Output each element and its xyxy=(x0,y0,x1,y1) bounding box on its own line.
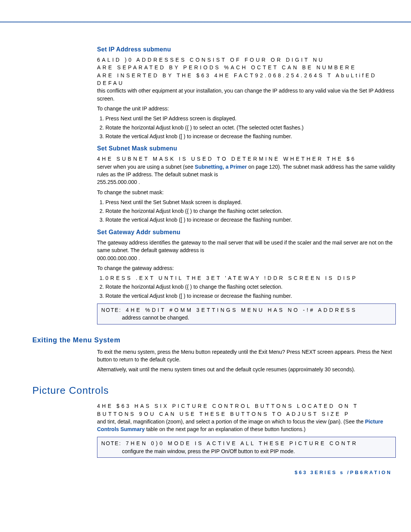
heading-picture-controls: Picture Controls xyxy=(32,383,396,398)
subnet-tail-a: server when you are using a subnet (see xyxy=(97,164,195,170)
subnet-step-1: Press Next until the Set Subnet Mask scr… xyxy=(105,198,396,206)
picture-note: NOTE: 7HEN 0)0 MODE IS ACTIVE ALL THESE … xyxy=(97,437,396,458)
gateway-steps: 0RESS .EXT UNTIL THE 3ET 'ATEWAY !DDR SC… xyxy=(97,274,396,300)
ip-line2: ARE SEPARATED BY PERIODS %ACH OCTET CAN … xyxy=(97,64,357,70)
subnet-default: 255.255.000.000 . xyxy=(97,179,140,185)
heading-subnet: Set Subnet Mask submenu xyxy=(97,144,396,153)
heading-gateway: Set Gateway Addr submenu xyxy=(97,228,396,236)
picture-tail-b: table on the next page for an explanatio… xyxy=(145,426,306,432)
picture-tail-a: and tint, detail, magnification (zoom), … xyxy=(97,419,365,425)
gateway-note-line2: address cannot be changed. xyxy=(122,315,189,321)
ip-lead: To change the unit IP address: xyxy=(97,105,396,112)
page-body: Set IP Address submenu 6ALID )0 ADDRESSE… xyxy=(0,23,411,492)
subnet-step-3: Rotate the vertical Adjust knob ([ ) to … xyxy=(105,216,396,224)
gateway-lead: To change the gateway address: xyxy=(97,264,396,272)
heading-exit-menu: Exiting the Menu System xyxy=(32,335,396,345)
gateway-step-2: Rotate the horizontal Adjust knob ({ ) t… xyxy=(105,283,396,291)
exit-p1: To exit the menu system, press the Menu … xyxy=(97,348,396,364)
subnet-step-2: Rotate the horizontal Adjust knob ({ ) t… xyxy=(105,207,396,215)
gateway-step-3: Rotate the vertical Adjust knob ([ ) to … xyxy=(105,292,396,300)
picture-line1: 4HE $63 HAS SIX PICTURE CONTROL BUTTONS … xyxy=(97,403,358,409)
link-subnetting-primer[interactable]: Subnetting, a Primer xyxy=(195,164,247,170)
gateway-note-line1: 4HE %DIT #OMM 3ETTINGS MENU HAS NO -!# A… xyxy=(126,307,357,313)
gateway-text: The gateway address identifies the gatew… xyxy=(97,240,393,253)
ip-step-2: Rotate the horizontal Adjust knob ({ ) t… xyxy=(105,124,396,131)
subnet-lead: To change the subnet mask: xyxy=(97,189,396,196)
picture-line2: BUTTONS 9OU CAN USE THESE BUTTONS TO ADJ… xyxy=(97,411,350,417)
gateway-para: The gateway address identifies the gatew… xyxy=(97,239,396,262)
subnet-para: 4HE SUBNET MASK IS USED TO DETERMINE WHE… xyxy=(97,155,396,186)
exit-p2: Alternatively, wait until the menu syste… xyxy=(97,366,396,373)
gateway-step-1-text: 0RESS .EXT UNTIL THE 3ET 'ATEWAY !DDR SC… xyxy=(105,275,357,281)
gateway-default: 000.000.000.000 . xyxy=(97,255,140,261)
ip-step-3: Rotate the vertical Adjust knob ([ ) to … xyxy=(105,133,396,140)
gateway-note: NOTE: 4HE %DIT #OMM 3ETTINGS MENU HAS NO… xyxy=(97,304,396,324)
ip-line3: ARE INSERTED BY THE $63 4HE FACT92.068.2… xyxy=(97,72,377,86)
page-footer: $63 3ERIES s /PB6RATION xyxy=(97,469,396,476)
subnet-line1: 4HE SUBNET MASK IS USED TO DETERMINE WHE… xyxy=(97,156,356,162)
subnet-steps: Press Next until the Set Subnet Mask scr… xyxy=(97,198,396,224)
picture-note-line2: configure the main window, press the PIP… xyxy=(122,448,295,454)
ip-steps: Press Next until the Set IP Address scre… xyxy=(97,115,396,140)
heading-set-ip: Set IP Address submenu xyxy=(97,45,396,54)
picture-para: 4HE $63 HAS SIX PICTURE CONTROL BUTTONS … xyxy=(97,402,396,433)
note-label-2: NOTE: xyxy=(101,440,121,446)
ip-step-1: Press Next until the Set IP Address scre… xyxy=(105,115,396,122)
ip-para-garbled: 6ALID )0 ADDRESSES CONSIST OF FOUR OR DI… xyxy=(97,56,396,102)
note-label: NOTE: xyxy=(101,307,121,313)
ip-line1: 6ALID )0 ADDRESSES CONSIST OF FOUR OR DI… xyxy=(97,57,324,63)
ip-tail: this conflicts with other equipment at y… xyxy=(97,88,394,101)
exit-p1b: Exit Menu? Press NEXT xyxy=(258,349,316,355)
exit-p1a: To exit the menu system, press the Menu … xyxy=(97,349,258,355)
gateway-step-1: 0RESS .EXT UNTIL THE 3ET 'ATEWAY !DDR SC… xyxy=(105,274,396,282)
picture-note-line1: 7HEN 0)0 MODE IS ACTIVE ALL THESE PICTUR… xyxy=(126,440,358,446)
